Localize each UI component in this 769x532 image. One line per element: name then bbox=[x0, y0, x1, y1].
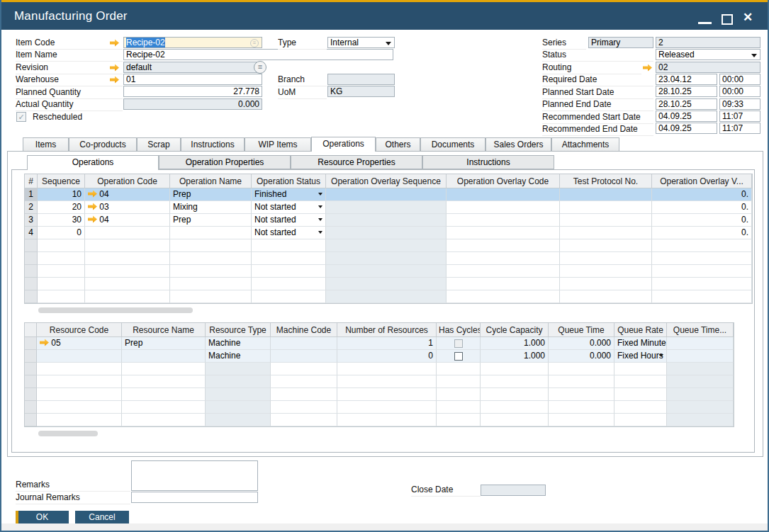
tab-attachments[interactable]: Attachments bbox=[551, 137, 619, 152]
chevron-down-icon[interactable] bbox=[318, 193, 322, 196]
recommended-end-time-input[interactable]: 11:07 bbox=[719, 123, 760, 134]
sequence-cell[interactable]: 30 bbox=[38, 214, 85, 227]
chevron-down-icon[interactable] bbox=[659, 354, 663, 357]
tab-others[interactable]: Others bbox=[376, 137, 420, 152]
operation-code-cell[interactable]: 04 bbox=[85, 188, 170, 201]
operations-row[interactable]: 110 04PrepFinished0. bbox=[25, 188, 752, 201]
row-number-cell[interactable]: 3 bbox=[25, 214, 38, 227]
operations-row[interactable]: 40Not started0. bbox=[25, 227, 752, 239]
operation-code-link-arrow-icon[interactable] bbox=[88, 190, 97, 198]
operation-name-cell[interactable] bbox=[170, 227, 252, 239]
subtab-operation-properties[interactable]: Operation Properties bbox=[159, 155, 291, 169]
cycle-capacity-cell[interactable]: 1.000 bbox=[481, 350, 549, 363]
operation-overlay-value-cell[interactable]: 0. bbox=[652, 214, 752, 227]
test-protocol-cell[interactable] bbox=[560, 188, 652, 201]
ok-button[interactable]: OK bbox=[16, 511, 69, 525]
operation-overlay-sequence-cell[interactable] bbox=[326, 214, 447, 227]
planned-start-time-input[interactable]: 00:00 bbox=[719, 86, 760, 97]
operation-overlay-value-cell[interactable]: 0. bbox=[652, 201, 752, 214]
operation-name-cell[interactable]: Prep bbox=[170, 188, 252, 201]
resource-name-cell[interactable] bbox=[122, 350, 206, 363]
operation-status-cell[interactable]: Not started bbox=[252, 227, 326, 239]
row-number-cell[interactable]: 1 bbox=[25, 188, 38, 201]
operation-status-cell[interactable]: Not started bbox=[252, 214, 326, 227]
number-of-resources-cell[interactable]: 1 bbox=[337, 337, 437, 350]
operation-code-cell[interactable]: 04 bbox=[85, 214, 170, 227]
recommended-start-date-input[interactable]: 04.09.25 bbox=[656, 111, 717, 122]
operation-status-cell[interactable]: Finished bbox=[252, 188, 326, 201]
has-cycles-cell[interactable] bbox=[437, 350, 481, 363]
resource-type-cell[interactable]: Machine bbox=[206, 350, 271, 363]
queue-time-cell[interactable]: 0.000 bbox=[549, 337, 614, 350]
operation-overlay-code-cell[interactable] bbox=[447, 214, 560, 227]
operation-status-cell[interactable]: Not started bbox=[252, 201, 326, 214]
journal-remarks-input[interactable] bbox=[131, 492, 258, 503]
resource-name-cell[interactable]: Prep bbox=[122, 337, 206, 350]
planned-end-date-input[interactable]: 28.10.25 bbox=[656, 98, 717, 110]
choose-from-list-icon[interactable]: ≡ bbox=[250, 39, 259, 47]
maximize-icon[interactable] bbox=[722, 14, 733, 25]
recommended-start-time-input[interactable]: 11:07 bbox=[719, 111, 760, 122]
sequence-cell[interactable]: 0 bbox=[38, 227, 85, 239]
cycle-capacity-cell[interactable]: 1.000 bbox=[481, 337, 549, 350]
operation-overlay-code-cell[interactable] bbox=[447, 201, 560, 214]
resource-code-cell[interactable]: 05 bbox=[37, 337, 122, 350]
queue-rate-cell[interactable]: Fixed Minutes bbox=[614, 337, 667, 350]
test-protocol-cell[interactable] bbox=[560, 214, 652, 227]
tab-instructions[interactable]: Instructions bbox=[181, 137, 245, 152]
operation-code-link-arrow-icon[interactable] bbox=[88, 203, 97, 210]
operations-row[interactable]: 330 04PrepNot started0. bbox=[25, 214, 752, 227]
has-cycles-cell[interactable] bbox=[437, 337, 481, 350]
row-number-cell[interactable]: 2 bbox=[25, 201, 38, 214]
operation-overlay-value-cell[interactable]: 0. bbox=[652, 188, 752, 201]
revision-choose-from-list-button[interactable]: ≡ bbox=[254, 61, 266, 74]
tab-wip-items[interactable]: WIP Items bbox=[245, 137, 311, 152]
planned-end-time-input[interactable]: 09:33 bbox=[719, 98, 760, 110]
queue-time2-cell[interactable] bbox=[667, 350, 734, 363]
resource-type-cell[interactable]: Machine bbox=[206, 337, 271, 350]
revision-input[interactable]: default bbox=[123, 62, 262, 73]
operation-name-cell[interactable]: Prep bbox=[170, 214, 252, 227]
minimize-icon[interactable] bbox=[698, 22, 712, 24]
operation-code-cell[interactable]: 03 bbox=[85, 201, 170, 214]
required-date-input[interactable]: 23.04.12 bbox=[656, 74, 717, 85]
sequence-cell[interactable]: 10 bbox=[38, 188, 85, 201]
status-select[interactable]: Released bbox=[656, 49, 760, 60]
remarks-textarea[interactable] bbox=[131, 460, 258, 491]
resources-horizontal-scrollbar[interactable] bbox=[38, 431, 98, 436]
required-time-input[interactable]: 00:00 bbox=[719, 74, 760, 85]
resources-row[interactable]: Machine01.0000.000Fixed Hours bbox=[25, 350, 734, 363]
tab-documents[interactable]: Documents bbox=[420, 137, 485, 152]
routing-link-arrow-icon[interactable] bbox=[643, 64, 652, 72]
subtab-operations[interactable]: Operations bbox=[27, 155, 159, 170]
operation-code-cell[interactable] bbox=[85, 227, 170, 239]
chevron-down-icon[interactable] bbox=[318, 231, 322, 234]
operations-horizontal-scrollbar[interactable] bbox=[38, 307, 193, 313]
operation-name-cell[interactable]: Mixing bbox=[170, 201, 252, 214]
number-of-resources-cell[interactable]: 0 bbox=[337, 350, 437, 363]
item-code-input[interactable]: Recipe-02 ≡ bbox=[123, 37, 262, 48]
queue-time2-cell[interactable] bbox=[667, 337, 734, 350]
tab-operations[interactable]: Operations bbox=[311, 137, 376, 152]
operation-overlay-sequence-cell[interactable] bbox=[326, 201, 447, 214]
tab-sales-orders[interactable]: Sales Orders bbox=[485, 137, 551, 152]
warehouse-input[interactable]: 01 bbox=[123, 74, 262, 85]
row-number-cell[interactable]: 4 bbox=[25, 227, 38, 239]
machine-code-cell[interactable] bbox=[271, 337, 337, 350]
test-protocol-cell[interactable] bbox=[560, 201, 652, 214]
test-protocol-cell[interactable] bbox=[560, 227, 652, 239]
subtab-resource-properties[interactable]: Resource Properties bbox=[291, 155, 422, 169]
type-select[interactable]: Internal bbox=[327, 37, 395, 48]
machine-code-cell[interactable] bbox=[271, 350, 337, 363]
operation-code-link-arrow-icon[interactable] bbox=[88, 215, 97, 223]
operation-overlay-code-cell[interactable] bbox=[447, 188, 560, 201]
close-icon[interactable]: ✕ bbox=[743, 10, 753, 25]
queue-time-cell[interactable]: 0.000 bbox=[549, 350, 614, 363]
operation-overlay-sequence-cell[interactable] bbox=[326, 188, 447, 201]
operation-overlay-sequence-cell[interactable] bbox=[326, 227, 447, 239]
operation-overlay-value-cell[interactable]: 0. bbox=[652, 227, 752, 239]
subtab-instructions[interactable]: Instructions bbox=[422, 155, 554, 169]
tab-items[interactable]: Items bbox=[23, 137, 69, 152]
operations-row[interactable]: 220 03MixingNot started0. bbox=[25, 201, 752, 214]
has-cycles-checkbox[interactable] bbox=[454, 352, 463, 361]
